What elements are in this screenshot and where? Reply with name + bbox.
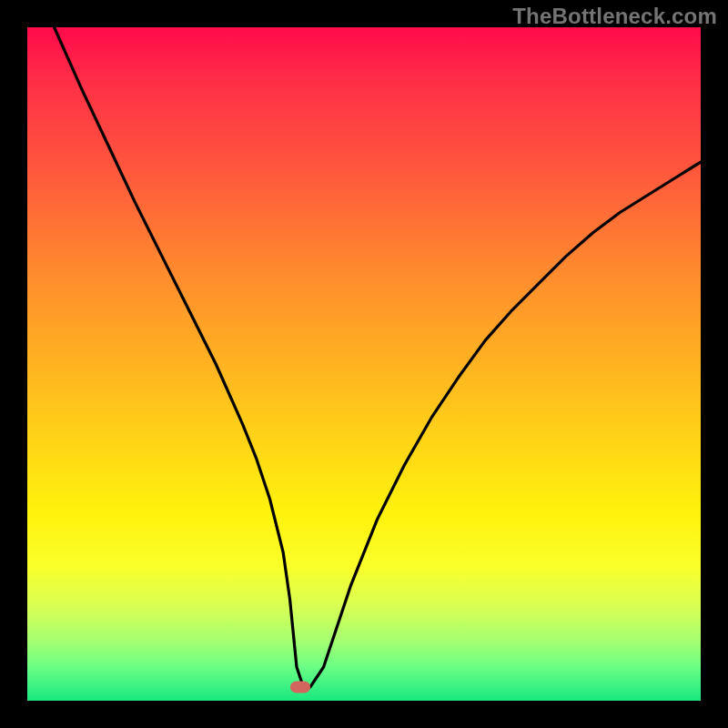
optimum-marker bbox=[290, 682, 310, 693]
curve-svg bbox=[27, 27, 701, 701]
watermark-text: TheBottleneck.com bbox=[512, 4, 717, 29]
chart-frame: TheBottleneck.com bbox=[0, 0, 728, 728]
bottleneck-curve bbox=[55, 27, 701, 687]
plot-area bbox=[27, 27, 701, 701]
